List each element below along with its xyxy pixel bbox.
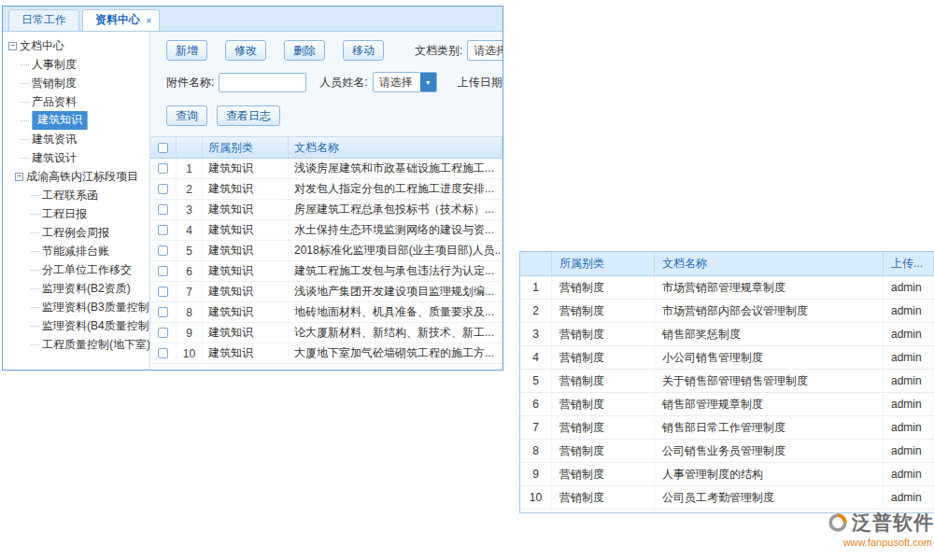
tree-item-project[interactable]: 成渝高铁内江标段项目 [3, 167, 149, 186]
row-checkbox[interactable] [158, 163, 168, 174]
doc-type-select[interactable]: 请选择 [467, 40, 502, 61]
row-doc-name[interactable]: 浅谈房屋建筑和市政基础设施工程施工... [289, 159, 502, 178]
table-row[interactable]: 6 建筑知识 建筑工程施工发包与承包违法行为认定... [150, 261, 502, 282]
table-row[interactable]: 4 营销制度 小公司销售管理制度 admin [520, 346, 934, 370]
row-doc-name[interactable]: 论大厦新材料、新结构、新技术、新工... [289, 323, 502, 343]
select-all-checkbox[interactable] [158, 143, 168, 153]
attachment-input[interactable] [219, 73, 306, 92]
row-doc-name[interactable]: 销售部管理规章制度 [655, 393, 884, 415]
row-doc-name[interactable]: 2018标准化监理项目部(业主项目部)人员... [289, 241, 502, 260]
tree-item[interactable]: 建筑设计 [3, 148, 149, 167]
table-row[interactable]: 10 建筑知识 大厦地下室加气砼墙砌筑工程的施工方... [150, 343, 502, 364]
table-row[interactable]: 9 营销制度 人事管理制度的结构 admin [520, 463, 934, 486]
search-button[interactable]: 查询 [166, 105, 207, 126]
tree-item[interactable]: 监理资料(B3质量控制) [3, 298, 149, 316]
row-doc-name[interactable]: 对发包人指定分包的工程施工进度安排... [289, 179, 502, 199]
table-row[interactable]: 8 建筑知识 地砖地面材料、机具准备、质量要求及... [150, 302, 502, 323]
tree-item-selected[interactable]: 建筑知识 [3, 111, 149, 130]
table-row[interactable]: 7 建筑知识 浅谈地产集团开发建设项目监理规划编... [150, 282, 502, 302]
row-doc-name[interactable]: 建筑工程施工发包与承包违法行为认定... [289, 261, 502, 281]
row-category: 营销制度 [552, 300, 655, 322]
uploader-column-header[interactable]: 上传... [884, 252, 934, 275]
person-select[interactable]: 请选择 [373, 72, 437, 92]
row-doc-name[interactable]: 地砖地面材料、机具准备、质量要求及... [289, 302, 502, 322]
row-doc-name[interactable]: 市场营销部管理规章制度 [655, 276, 884, 299]
row-category: 建筑知识 [203, 282, 289, 301]
collapse-icon[interactable] [15, 173, 23, 181]
tree-item[interactable]: 工程联系函 [3, 186, 149, 204]
doc-name-column-header[interactable]: 文档名称 [289, 137, 502, 158]
row-number: 9 [177, 323, 203, 343]
row-doc-name[interactable]: 公司销售业务员管理制度 [655, 440, 884, 462]
row-checkbox[interactable] [158, 225, 168, 235]
tree-item[interactable]: 人事制度 [3, 55, 149, 74]
row-checkbox[interactable] [158, 266, 168, 276]
table-row[interactable]: 2 建筑知识 对发包人指定分包的工程施工进度安排... [150, 179, 502, 200]
tab-data-center[interactable]: 资料中心 [82, 9, 160, 31]
doc-name-column-header[interactable]: 文档名称 [655, 252, 884, 275]
row-doc-name[interactable]: 销售部奖惩制度 [655, 323, 884, 345]
table-row[interactable]: 3 建筑知识 房屋建筑工程总承包投标书（技术标）... [150, 200, 502, 220]
row-doc-name[interactable]: 市场营销部内部会议管理制度 [655, 300, 884, 322]
document-table: 所属别类 文档名称 1 建筑知识 浅谈房屋建筑和市政基础设施工程施工... [150, 136, 502, 370]
tree-item[interactable]: 分工单位工作移交 [3, 260, 149, 279]
table-row[interactable]: 1 建筑知识 浅谈房屋建筑和市政基础设施工程施工... [150, 159, 502, 179]
tree-connector [31, 344, 39, 345]
row-doc-name[interactable]: 大厦地下室加气砼墙砌筑工程的施工方... [289, 343, 502, 363]
add-button[interactable]: 新增 [166, 40, 207, 61]
modify-button[interactable]: 修改 [225, 40, 266, 61]
tree-item[interactable]: 监理资料(B2资质) [3, 279, 149, 298]
view-log-button[interactable]: 查看日志 [217, 105, 280, 126]
tree-item-label: 监理资料(B4质量控制) [42, 318, 149, 334]
brand-url-link[interactable]: www.fanpusoft.com [800, 537, 934, 548]
tree-item[interactable]: 建筑资讯 [3, 130, 149, 148]
table-row[interactable]: 2 营销制度 市场营销部内部会议管理制度 admin [520, 300, 934, 323]
tree-item[interactable]: 营销制度 [3, 74, 149, 92]
row-checkbox[interactable] [158, 307, 168, 317]
row-checkbox[interactable] [158, 184, 168, 194]
row-checkbox[interactable] [158, 245, 168, 256]
category-column-header[interactable]: 所属别类 [203, 137, 289, 158]
tree-item[interactable]: 工程例会周报 [3, 223, 149, 242]
tree-item[interactable]: 监理资料(B4质量控制) [3, 316, 149, 335]
table-row[interactable]: 8 营销制度 公司销售业务员管理制度 admin [520, 440, 934, 463]
person-value: 请选择 [374, 73, 420, 91]
delete-button[interactable]: 删除 [284, 40, 325, 61]
table-row[interactable]: 4 建筑知识 水土保持生态环境监测网络的建设与资... [150, 220, 502, 241]
row-doc-name[interactable]: 公司员工考勤管理制度 [655, 486, 884, 509]
category-column-header[interactable]: 所属别类 [552, 252, 655, 275]
tree-item-label: 建筑资讯 [32, 132, 77, 147]
move-button[interactable]: 移动 [343, 40, 384, 61]
tree-item[interactable]: 产品资料 [3, 92, 149, 111]
tree-item[interactable]: 工程质量控制(地下室) [3, 335, 149, 354]
row-doc-name[interactable]: 小公司销售管理制度 [655, 346, 884, 369]
row-doc-name[interactable]: 人事管理制度的结构 [655, 463, 884, 485]
chevron-down-icon[interactable] [420, 73, 436, 91]
close-icon[interactable] [146, 11, 155, 21]
table-row[interactable]: 9 建筑知识 论大厦新材料、新结构、新技术、新工... [150, 323, 502, 343]
row-checkbox[interactable] [158, 328, 168, 338]
row-checkbox[interactable] [158, 204, 168, 215]
tree-item-document-center[interactable]: 文档中心 [3, 36, 149, 55]
tree-item[interactable]: 工程日报 [3, 204, 149, 223]
table-row[interactable]: 3 营销制度 销售部奖惩制度 admin [520, 323, 934, 346]
row-category: 建筑知识 [203, 159, 289, 178]
row-checkbox[interactable] [158, 287, 168, 297]
table-row[interactable]: 1 营销制度 市场营销部管理规章制度 admin [520, 276, 934, 300]
table-row[interactable]: 5 建筑知识 2018标准化监理项目部(业主项目部)人员... [150, 241, 502, 261]
row-doc-name[interactable]: 房屋建筑工程总承包投标书（技术标）... [289, 200, 502, 219]
tree-connector [21, 158, 29, 159]
row-doc-name[interactable]: 销售部日常工作管理制度 [655, 416, 884, 439]
row-doc-name[interactable]: 浅谈地产集团开发建设项目监理规划编... [289, 282, 502, 301]
tree-connector [31, 326, 39, 327]
row-doc-name[interactable]: 关于销售部管理销售管理制度 [655, 370, 884, 392]
row-doc-name[interactable]: 水土保持生态环境监测网络的建设与资... [289, 220, 502, 240]
collapse-icon[interactable] [8, 42, 17, 50]
table-row[interactable]: 7 营销制度 销售部日常工作管理制度 admin [520, 416, 934, 440]
tree-item[interactable]: 节能减排台账 [3, 242, 149, 260]
tab-daily-work[interactable]: 日常工作 [8, 9, 79, 31]
table-row[interactable]: 6 营销制度 销售部管理规章制度 admin [520, 393, 934, 416]
table-row[interactable]: 10 营销制度 公司员工考勤管理制度 admin [520, 486, 934, 510]
table-row[interactable]: 5 营销制度 关于销售部管理销售管理制度 admin [520, 370, 934, 393]
row-checkbox[interactable] [158, 348, 168, 358]
